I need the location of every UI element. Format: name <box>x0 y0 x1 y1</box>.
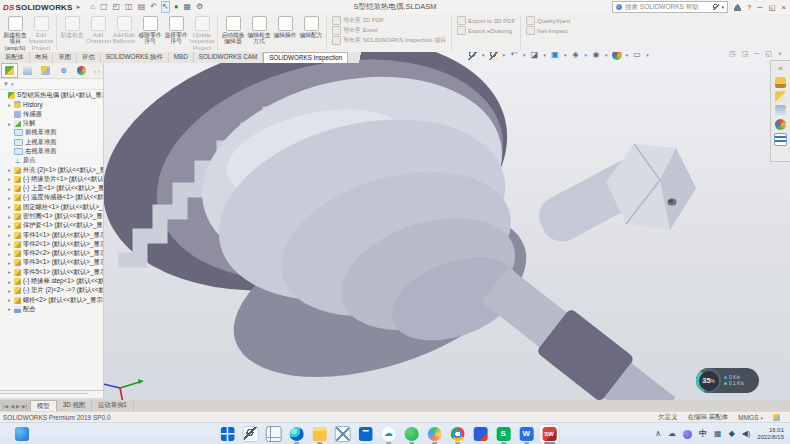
select-icon[interactable]: ↖ <box>162 2 169 12</box>
tree-item[interactable]: ▸(-) 绝缘垫片<1> (默认<<默认>_显 <box>0 175 103 184</box>
status-options-icon[interactable] <box>773 414 780 421</box>
select-balloons-button[interactable]: 选择零件序号 <box>163 14 189 52</box>
tree-item[interactable]: 右视基准面 <box>0 147 103 156</box>
view-tab-nav-arrow-icon[interactable]: ◀ <box>10 403 14 409</box>
tab-SOLIDWORKS CAM[interactable]: SOLIDWORKS CAM <box>194 52 263 63</box>
tree-filter-row[interactable]: ▼ ▾ <box>0 79 103 90</box>
cloud-app-button[interactable]: ☁ <box>379 425 398 444</box>
view-orientation-dropdown-icon[interactable]: ▾ <box>564 52 567 58</box>
dimxpert-tab[interactable]: ⊕ <box>55 63 72 78</box>
file-explorer-icon[interactable] <box>775 91 786 102</box>
template-editor-button[interactable]: 启动模板编辑器 <box>220 14 246 52</box>
tree-item[interactable]: ▸配合 <box>0 305 103 314</box>
tree-item[interactable]: ▸(-) 温度传感器<1> (默认<<默认>_ <box>0 193 103 202</box>
doc-restore-icon[interactable]: ◱ <box>765 50 772 58</box>
volume-icon[interactable]: ◀ <box>742 427 751 441</box>
status-item[interactable]: MMGS▾ <box>738 414 763 421</box>
tree-item[interactable]: ▸固定螺栓<1> (默认<<默认>_显示 <box>0 203 103 212</box>
view-tab-nav-arrow-icon[interactable]: |◀ <box>3 403 8 409</box>
tree-item[interactable]: 传感器 <box>0 110 103 119</box>
view-tab-nav-arrow-icon[interactable]: ▶ <box>16 403 20 409</box>
filter-dropdown-icon[interactable]: ▾ <box>11 81 14 87</box>
panel-splitter[interactable] <box>0 390 103 398</box>
chrome-button[interactable] <box>448 425 467 444</box>
search-button[interactable] <box>241 425 260 444</box>
menu-flyout-arrow[interactable]: ▸ <box>77 3 81 11</box>
tree-item[interactable]: ▸History <box>0 100 103 109</box>
close-button[interactable]: × <box>782 3 786 12</box>
store-button[interactable] <box>356 425 375 444</box>
save-icon[interactable]: ◫ <box>125 2 133 12</box>
360-safe-button[interactable] <box>402 425 421 444</box>
appearances-icon[interactable] <box>612 52 622 60</box>
touch-keyboard-icon[interactable]: ▦ <box>714 427 722 441</box>
search-dropdown-icon[interactable]: ▾ <box>722 4 725 10</box>
edit-methods-button[interactable]: 编辑检查方式 <box>246 14 272 52</box>
display-style-icon[interactable]: ◈ <box>571 52 581 60</box>
new-document-icon[interactable]: ▢ <box>100 2 108 12</box>
onedrive-icon[interactable]: ☁ <box>668 427 676 441</box>
tab-草图[interactable]: 草图 <box>53 52 77 63</box>
zoom-fit-icon[interactable] <box>468 52 478 60</box>
taskbar-clock[interactable]: 16:012022/8/15 <box>757 427 784 441</box>
model-hex-nut[interactable] <box>606 144 696 230</box>
doc-minimize-icon[interactable]: ─ <box>754 50 759 58</box>
tree-item[interactable]: ▸零件1<1> (默认<<默认>_显示状态 <box>0 230 103 239</box>
tree-item[interactable]: ▸外壳 (2)<1> (默认<<默认>_显示状 <box>0 165 103 174</box>
model-3d[interactable]: * <box>0 52 790 400</box>
tree-item[interactable]: ▸(-) 垫片 (2)<2> ->? (默认<<默认> <box>0 286 103 295</box>
previous-view-icon[interactable]: ↶ <box>509 52 519 60</box>
tree-item[interactable]: ▸零件3<1> (默认<<默认>_显示状态 <box>0 258 103 267</box>
tab-装配体[interactable]: 装配体 <box>0 52 30 63</box>
tab-MBD[interactable]: MBD <box>169 52 194 63</box>
view-orientation-icon[interactable]: ▣ <box>550 52 560 60</box>
tab-评估[interactable]: 评估 <box>77 52 101 63</box>
section-view-icon[interactable]: ◪ <box>530 52 540 60</box>
view-tab-3D 视图[interactable]: 3D 视图 <box>57 400 92 411</box>
chevron-up-icon[interactable]: ∧ <box>655 427 661 441</box>
hide-show-items-icon[interactable]: ◉ <box>591 52 601 60</box>
property-tab[interactable] <box>19 63 36 78</box>
tree-item[interactable]: ▸零件5<1> (默认<<默认>_显示状态 <box>0 268 103 277</box>
zoom-fit-dropdown-icon[interactable]: ▾ <box>482 52 485 58</box>
edit-recipe-button[interactable]: 编辑配方 <box>298 14 324 52</box>
print-icon[interactable]: ▤ <box>138 2 146 12</box>
zoom-area-dropdown-icon[interactable]: ▾ <box>503 52 506 58</box>
task-view-button[interactable] <box>264 425 283 444</box>
custom-properties-icon[interactable] <box>774 133 787 146</box>
tab-布局[interactable]: 布局 <box>30 52 54 63</box>
display-manager-tab[interactable] <box>73 63 90 78</box>
configurations-tab[interactable] <box>37 63 54 78</box>
scene-icon[interactable]: ▭ <box>632 52 642 60</box>
collapse-arrow-icon[interactable]: « <box>775 63 786 74</box>
tree-item[interactable]: ▸注解 <box>0 119 103 128</box>
appearances-dropdown-icon[interactable]: ▾ <box>626 52 629 58</box>
tab-SOLIDWORKS 插件[interactable]: SOLIDWORKS 插件 <box>101 52 169 63</box>
zoom-area-icon[interactable] <box>489 52 499 60</box>
search-box[interactable]: 搜索 SOLIDWORKS 帮助 ▾ <box>612 1 728 13</box>
doc-close-icon[interactable]: × <box>778 50 782 58</box>
model-shaft[interactable] <box>478 262 717 400</box>
design-library-icon[interactable] <box>775 77 786 88</box>
tree-item[interactable]: ▸零件2<2> (默认<<默认>_显示状态 <box>0 249 103 258</box>
ime-icon[interactable]: 中 <box>699 427 707 441</box>
restore-button[interactable]: ◱ <box>769 3 776 12</box>
minimize-button[interactable]: ─ <box>757 3 762 12</box>
doc-cascade-icon[interactable]: ◳ <box>729 50 736 58</box>
tree-item[interactable]: ▸保护套<1> (默认<<默认>_显示状 <box>0 221 103 230</box>
mail-button[interactable] <box>333 425 352 444</box>
360-browser-button[interactable] <box>425 425 444 444</box>
graphics-area[interactable]: * ▾▾↶▾◪▾▣▾◈▾◉▾▾▭▾ <box>0 52 790 400</box>
solidworks-button[interactable]: SW <box>540 425 559 444</box>
display-style-dropdown-icon[interactable]: ▾ <box>585 52 588 58</box>
section-view-dropdown-icon[interactable]: ▾ <box>544 52 547 58</box>
file-properties-icon[interactable]: ▦ <box>183 2 191 12</box>
rebuild-icon[interactable]: ● <box>174 2 179 12</box>
previous-view-dropdown-icon[interactable]: ▾ <box>523 52 526 58</box>
new-inspection-button[interactable]: 新建检查项目 (amp;N) <box>2 14 28 52</box>
tab-SOLIDWORKS Inspection[interactable]: SOLIDWORKS Inspection <box>263 52 348 63</box>
appearances-scenes-icon[interactable] <box>775 119 786 130</box>
file-explorer-button[interactable] <box>310 425 329 444</box>
tree-item[interactable]: ▸(-) 上盖<1> (默认<<默认>_显示状 <box>0 184 103 193</box>
tree-item[interactable]: ▸密封圈<1> (默认<<默认>_显示状 <box>0 212 103 221</box>
